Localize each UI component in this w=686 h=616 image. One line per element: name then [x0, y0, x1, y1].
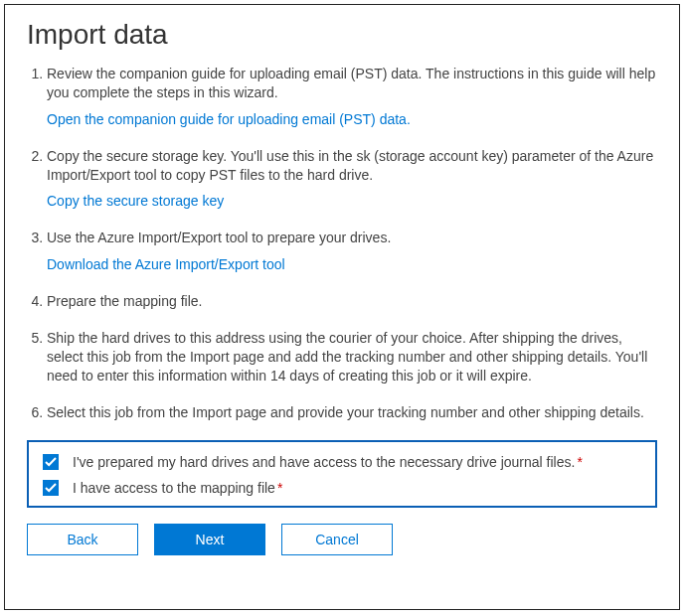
step-4-text: Prepare the mapping file.: [47, 293, 202, 309]
step-4: Prepare the mapping file.: [47, 292, 657, 311]
copy-storage-key-link[interactable]: Copy the secure storage key: [47, 192, 224, 211]
next-button[interactable]: Next: [154, 524, 265, 555]
download-import-export-tool-link[interactable]: Download the Azure Import/Export tool: [47, 255, 285, 274]
step-3: Use the Azure Import/Export tool to prep…: [47, 229, 657, 274]
cancel-button[interactable]: Cancel: [281, 524, 393, 555]
import-data-panel: Import data Review the companion guide f…: [4, 4, 680, 610]
confirmation-highlight-box: I've prepared my hard drives and have ac…: [27, 440, 657, 508]
page-title: Import data: [27, 19, 657, 51]
step-6: Select this job from the Import page and…: [47, 403, 657, 422]
back-button[interactable]: Back: [27, 524, 138, 555]
required-asterisk: *: [277, 480, 282, 496]
confirmation-row-2: I have access to the mapping file *: [43, 480, 641, 496]
checkmark-icon: [45, 456, 57, 468]
step-2-text: Copy the secure storage key. You'll use …: [47, 148, 653, 183]
mapping-file-checkbox[interactable]: [43, 480, 59, 496]
wizard-button-row: Back Next Cancel: [27, 524, 657, 555]
step-1-text: Review the companion guide for uploading…: [47, 66, 655, 100]
open-companion-guide-link[interactable]: Open the companion guide for uploading e…: [47, 110, 411, 129]
confirmation-row-1: I've prepared my hard drives and have ac…: [43, 454, 641, 470]
step-6-text: Select this job from the Import page and…: [47, 404, 644, 420]
steps-list: Review the companion guide for uploading…: [27, 65, 657, 422]
checkmark-icon: [45, 482, 57, 494]
step-3-text: Use the Azure Import/Export tool to prep…: [47, 230, 391, 245]
step-2: Copy the secure storage key. You'll use …: [47, 147, 657, 212]
mapping-file-label: I have access to the mapping file: [73, 480, 275, 496]
prepared-drives-checkbox[interactable]: [43, 454, 59, 470]
step-1: Review the companion guide for uploading…: [47, 65, 657, 129]
step-5: Ship the hard drives to this address usi…: [47, 329, 657, 385]
prepared-drives-label: I've prepared my hard drives and have ac…: [73, 454, 575, 470]
step-5-text: Ship the hard drives to this address usi…: [47, 330, 647, 384]
required-asterisk: *: [577, 454, 582, 470]
